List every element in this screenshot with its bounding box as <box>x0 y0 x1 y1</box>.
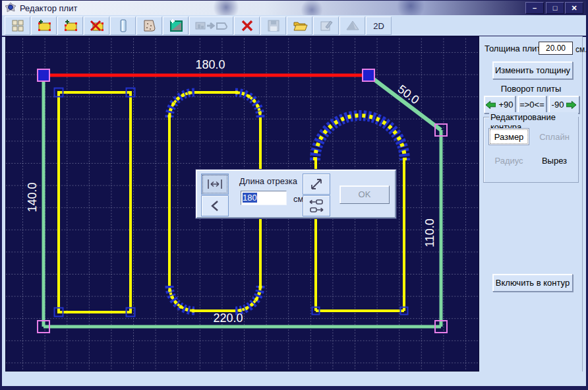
ok-button[interactable]: OK <box>339 185 390 204</box>
toolbar: 2D <box>2 15 586 37</box>
add-region-button[interactable] <box>163 16 189 35</box>
texture-plate-icon <box>142 18 158 33</box>
delete-selected-button[interactable] <box>234 16 260 35</box>
add-plate-icon <box>36 19 52 32</box>
add-polygon-icon <box>63 19 78 32</box>
window-grid-icon <box>11 19 25 32</box>
dimension-bottom: 220.0 <box>213 311 243 325</box>
handle-selected[interactable] <box>363 69 374 81</box>
copy-plate-button <box>189 16 233 35</box>
window-chrome: Редактор плит – □ ✕ <box>2 1 586 386</box>
maximize-button[interactable]: □ <box>546 2 564 14</box>
diagonal-arrow-icon <box>309 176 324 192</box>
chevron-left-icon <box>208 200 221 212</box>
spline-mode-button: Сплайн <box>534 128 575 145</box>
close-icon: ✕ <box>571 4 577 12</box>
spline-mode-label: Сплайн <box>539 132 570 142</box>
rotate-cw-label: -90 <box>552 100 564 110</box>
segment-length-dialog: Длина отрезка 180 см. OK <box>196 170 396 218</box>
change-thickness-label: Изменить толщину <box>495 65 570 75</box>
length-input-value: 180 <box>243 193 257 203</box>
view-2d-icon: 2D <box>373 21 384 31</box>
length-mode-button[interactable] <box>201 174 229 195</box>
save-button <box>260 16 286 35</box>
rotate-ccw-button[interactable]: +90 <box>484 96 515 114</box>
edit-icon <box>319 19 334 32</box>
size-mode-button[interactable]: Размер <box>488 128 529 145</box>
insert-column-button[interactable] <box>110 16 136 35</box>
save-icon <box>267 19 280 32</box>
copy-plate-icon <box>194 19 229 32</box>
direction-mode-button[interactable] <box>303 174 330 195</box>
contour-edit-group: Редактирование контура Размер Сплайн Рад… <box>483 117 579 183</box>
delete-selected-icon <box>241 19 254 32</box>
radius-mode-button: Радиус <box>488 152 529 169</box>
cutout-mode-button[interactable]: Вырез <box>534 152 575 169</box>
insert-column-icon <box>116 18 131 33</box>
rotate-reset-label: =>0<= <box>519 100 544 110</box>
arrow-right-icon <box>566 101 576 109</box>
app-icon <box>5 3 16 13</box>
rotate-ccw-label: +90 <box>498 100 513 110</box>
include-in-contour-label: Включить в контур <box>496 278 570 288</box>
minimize-icon: – <box>533 4 537 12</box>
length-input[interactable]: 180 <box>241 191 287 205</box>
dimension-top: 180.0 <box>195 58 225 71</box>
delete-plate-button[interactable] <box>84 16 109 35</box>
open-folder-button[interactable] <box>287 16 312 35</box>
view-2d-button[interactable]: 2D <box>366 16 392 35</box>
swap-ends-button[interactable] <box>303 195 330 216</box>
rotation-label: Поворот плиты <box>479 84 583 94</box>
swap-arrows-icon <box>308 199 325 213</box>
window-title: Редактор плит <box>20 3 77 13</box>
radius-mode-label: Радиус <box>494 156 523 166</box>
thickness-input[interactable] <box>539 42 573 55</box>
rotate-reset-button[interactable]: =>0<= <box>517 96 546 114</box>
dimension-right: 110.0 <box>423 218 436 247</box>
size-mode-label: Размер <box>494 132 524 142</box>
thickness-label: Толщина плиты <box>485 44 547 53</box>
delete-plate-icon <box>89 19 105 32</box>
arrow-left-icon <box>486 101 496 109</box>
include-in-contour-button[interactable]: Включить в контур <box>492 274 573 292</box>
drawing-canvas[interactable]: 180.0 50.0 140.0 110.0 220.0 Длина отрез… <box>5 36 479 372</box>
edit-button <box>313 16 339 35</box>
back-button[interactable] <box>201 195 229 216</box>
open-folder-icon <box>292 19 308 32</box>
length-between-icon <box>206 178 223 190</box>
add-region-icon <box>168 18 184 33</box>
window-grid-button[interactable] <box>5 16 30 35</box>
maximize-icon: □ <box>553 4 558 12</box>
add-polygon-button[interactable] <box>57 16 83 35</box>
thickness-unit-label: см. <box>575 45 587 54</box>
minimize-button[interactable]: – <box>525 2 544 14</box>
side-panel: Толщина плиты см. Изменить толщину Повор… <box>479 36 583 372</box>
dimension-left: 140.0 <box>26 182 39 212</box>
app-window: Редактор плит – □ ✕ <box>0 0 588 390</box>
title-bar[interactable]: Редактор плит – □ ✕ <box>2 1 586 15</box>
close-button[interactable]: ✕ <box>565 2 583 14</box>
view-3d-button <box>339 16 365 35</box>
add-plate-button[interactable] <box>31 16 57 35</box>
rotate-cw-button[interactable]: -90 <box>548 96 579 114</box>
texture-plate-button[interactable] <box>136 16 162 35</box>
change-thickness-button[interactable]: Изменить толщину <box>492 61 573 79</box>
handle-selected[interactable] <box>38 69 49 81</box>
view-3d-icon <box>345 19 360 32</box>
cutout-mode-label: Вырез <box>542 156 567 166</box>
